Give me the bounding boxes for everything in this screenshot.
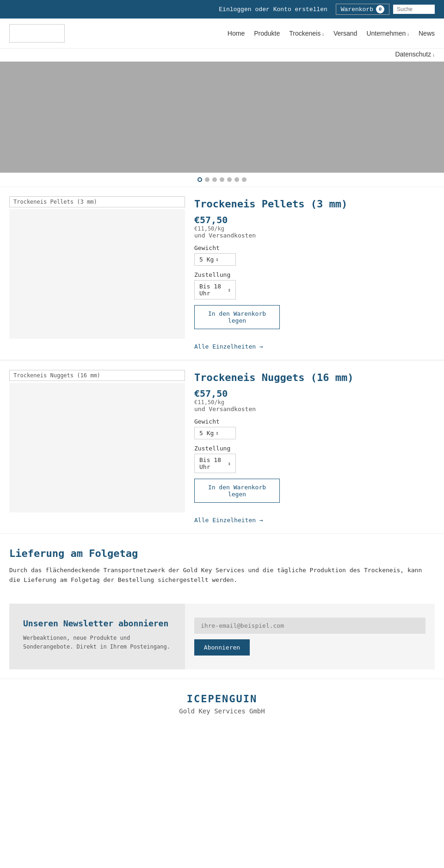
nav-news[interactable]: News xyxy=(419,30,435,37)
slider-dot-5[interactable] xyxy=(227,177,232,182)
product-price-main-pellets: €57,50 xyxy=(194,214,435,225)
main-nav: Home Produkte Trockeneis Versand Unterne… xyxy=(228,30,435,37)
newsletter-subscribe-button[interactable]: Abonnieren xyxy=(194,639,250,656)
header: Home Produkte Trockeneis Versand Unterne… xyxy=(0,19,444,49)
product-title-nuggets: Trockeneis Nuggets (16 mm) xyxy=(194,372,435,383)
top-bar: Einloggen oder Konto erstellen Warenkorb… xyxy=(0,0,444,19)
cart-count: 0 xyxy=(376,5,384,13)
brand-name: ICEPENGUIN xyxy=(9,693,435,705)
product-image-label-pellets: Trockeneis Pellets (3 mm) xyxy=(9,196,185,207)
alle-einzelheiten-nuggets[interactable]: Alle Einzelheiten xyxy=(194,517,263,524)
product-zustellung-select-pellets[interactable]: Bis 18 Uhr xyxy=(194,280,236,300)
logo xyxy=(9,24,65,43)
nav-produkte[interactable]: Produkte xyxy=(254,30,280,37)
product-price-sub-nuggets: €11,50/kg xyxy=(194,399,435,406)
newsletter-email-input[interactable] xyxy=(194,618,426,634)
footer-company: Gold Key Services GmbH xyxy=(9,707,435,715)
hero-slider[interactable] xyxy=(0,62,444,173)
product-weight-select-nuggets[interactable]: 5 Kg xyxy=(194,427,236,439)
slider-dot-3[interactable] xyxy=(212,177,217,182)
nav-versand[interactable]: Versand xyxy=(333,30,357,37)
product-title-pellets: Trockeneis Pellets (3 mm) xyxy=(194,198,435,210)
header-row2: Datenschutz xyxy=(0,49,444,62)
alle-einzelheiten-pellets[interactable]: Alle Einzelheiten xyxy=(194,343,263,350)
product-price-main-nuggets: €57,50 xyxy=(194,388,435,399)
oder-text: oder xyxy=(255,6,270,13)
cart-label: Warenkorb xyxy=(341,6,373,13)
newsletter-left: Unseren Newsletter abonnieren Werbeaktio… xyxy=(9,604,185,669)
product-weight-label-pellets: Gewicht xyxy=(194,244,435,251)
product-weight-select-pellets[interactable]: 5 Kg xyxy=(194,253,236,266)
slider-dot-6[interactable] xyxy=(234,177,239,182)
nav-unternehmen[interactable]: Unternehmen xyxy=(366,30,409,37)
product-price-sub-pellets: €11,50/kg xyxy=(194,225,435,232)
search-input[interactable] xyxy=(393,5,435,14)
newsletter-description: Werbeaktionen, neue Produkte und Sondera… xyxy=(23,634,171,651)
cart-box[interactable]: Warenkorb 0 xyxy=(336,4,389,15)
nav-trockeneis[interactable]: Trockeneis xyxy=(289,30,324,37)
slider-dots xyxy=(0,173,444,187)
product-info-nuggets: Trockeneis Nuggets (16 mm) €57,50 €11,50… xyxy=(194,370,435,524)
slider-dot-4[interactable] xyxy=(220,177,224,182)
product-zustellung-label-nuggets: Zustellung xyxy=(194,445,435,452)
product-section-pellets: Trockeneis Pellets (3 mm) Trockeneis Pel… xyxy=(0,187,444,360)
nav-datenschutz[interactable]: Datenschutz xyxy=(395,50,435,58)
newsletter-right: Abonnieren xyxy=(185,604,435,669)
lieferung-section: Lieferung am Folgetag Durch das flächend… xyxy=(0,533,444,594)
register-link[interactable]: Konto erstellen xyxy=(273,6,327,13)
newsletter-title: Unseren Newsletter abonnieren xyxy=(23,618,171,629)
add-to-cart-nuggets[interactable]: In den Warenkorb legen xyxy=(194,479,280,503)
product-zustellung-label-pellets: Zustellung xyxy=(194,271,435,278)
product-shipping-pellets: und Versandkosten xyxy=(194,232,435,239)
lieferung-text: Durch das flächendeckende Transportnetzw… xyxy=(9,566,435,585)
product-section-nuggets: Trockeneis Nuggets (16 mm) Trockeneis Nu… xyxy=(0,360,444,533)
slider-dot-7[interactable] xyxy=(242,177,247,182)
add-to-cart-pellets[interactable]: In den Warenkorb legen xyxy=(194,305,280,329)
product-image-pellets xyxy=(9,209,185,339)
product-info-pellets: Trockeneis Pellets (3 mm) €57,50 €11,50/… xyxy=(194,196,435,350)
product-image-col-nuggets: Trockeneis Nuggets (16 mm) xyxy=(9,370,185,524)
product-zustellung-select-nuggets[interactable]: Bis 18 Uhr xyxy=(194,454,236,473)
nav-home[interactable]: Home xyxy=(228,30,245,37)
product-weight-label-nuggets: Gewicht xyxy=(194,418,435,425)
product-image-col-pellets: Trockeneis Pellets (3 mm) xyxy=(9,196,185,350)
lieferung-title: Lieferung am Folgetag xyxy=(9,548,435,559)
slider-dot-2[interactable] xyxy=(205,177,210,182)
product-image-label-nuggets: Trockeneis Nuggets (16 mm) xyxy=(9,370,185,381)
newsletter-section: Unseren Newsletter abonnieren Werbeaktio… xyxy=(9,604,435,669)
product-shipping-nuggets: und Versandkosten xyxy=(194,406,435,412)
login-link[interactable]: Einloggen xyxy=(219,6,251,13)
footer-brand: ICEPENGUIN Gold Key Services GmbH xyxy=(0,679,444,724)
product-image-nuggets xyxy=(9,383,185,512)
slider-dot-1[interactable] xyxy=(197,177,202,182)
